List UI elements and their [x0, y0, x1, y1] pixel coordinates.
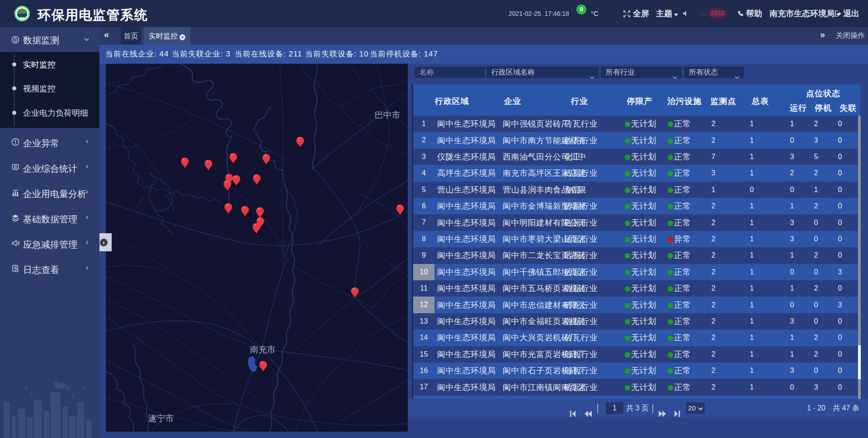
svg-text:遂宁市: 遂宁市 [148, 414, 174, 423]
svg-text:巴中市: 巴中市 [375, 110, 401, 120]
svg-text:南充市: 南充市 [250, 345, 276, 354]
